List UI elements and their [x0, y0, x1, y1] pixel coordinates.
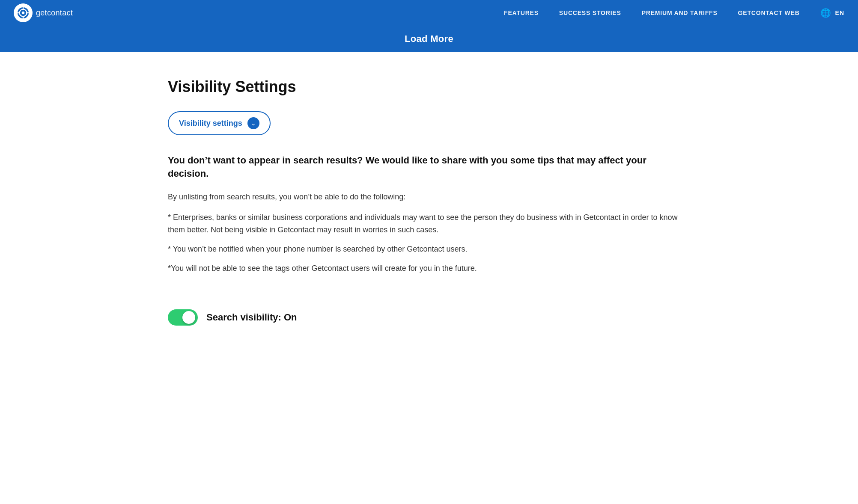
load-more-label: Load More — [405, 33, 453, 44]
bullet-1: * Enterprises, banks or similar business… — [168, 211, 690, 236]
nav-success-stories[interactable]: SUCCESS STORIES — [559, 9, 621, 16]
bullet-3: *You will not be able to see the tags ot… — [168, 262, 690, 275]
divider — [168, 292, 690, 292]
logo-icon — [14, 3, 33, 22]
bullet-2: * You won’t be notified when your phone … — [168, 243, 690, 255]
toggle-slider — [168, 309, 198, 326]
nav-getcontact-web[interactable]: GETCONTACT WEB — [738, 9, 800, 16]
toggle-label: Search visibility: On — [206, 312, 297, 323]
svg-point-2 — [22, 12, 25, 15]
nav-logo[interactable]: getcontact — [14, 3, 73, 22]
load-more-banner[interactable]: Load More — [0, 26, 858, 52]
intro-text: By unlisting from search results, you wo… — [168, 191, 690, 203]
chevron-down-icon: ⌄ — [247, 117, 259, 129]
globe-icon[interactable]: 🌐 — [820, 8, 831, 18]
toggle-row: Search visibility: On — [168, 309, 690, 326]
nav-features[interactable]: FEATURES — [504, 9, 539, 16]
nav-right: 🌐 EN — [820, 8, 844, 18]
info-heading: You don’t want to appear in search resul… — [168, 154, 682, 181]
language-label[interactable]: EN — [835, 9, 844, 16]
section-title: Visibility Settings — [168, 78, 690, 96]
main-content: Visibility Settings Visibility settings … — [134, 52, 724, 360]
navbar: getcontact FEATURES SUCCESS STORIES PREM… — [0, 0, 858, 26]
search-visibility-toggle[interactable] — [168, 309, 198, 326]
nav-links: FEATURES SUCCESS STORIES PREMIUM AND TAR… — [504, 9, 800, 17]
visibility-dropdown-button[interactable]: Visibility settings ⌄ — [168, 111, 271, 135]
nav-premium-tariffs[interactable]: PREMIUM AND TARIFFS — [642, 9, 718, 16]
visibility-dropdown-label: Visibility settings — [179, 119, 242, 128]
logo-text: getcontact — [36, 9, 73, 18]
